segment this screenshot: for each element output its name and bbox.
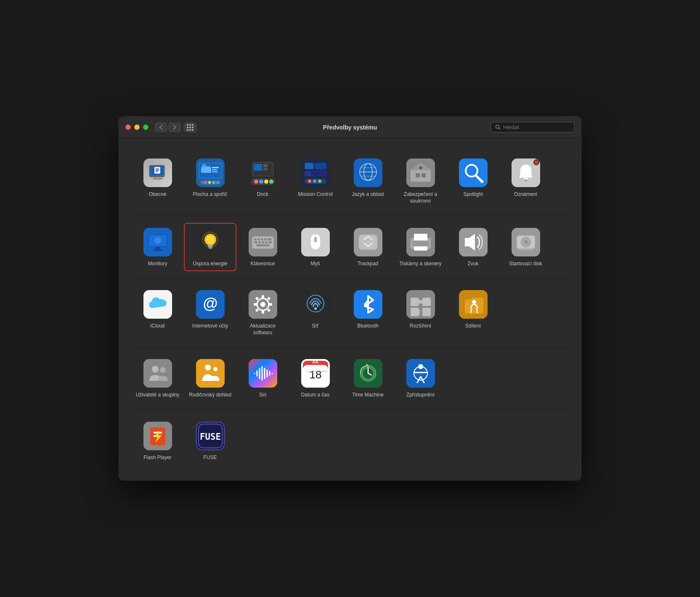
grid-view-button[interactable] (184, 123, 196, 132)
svg-rect-42 (313, 172, 320, 176)
svg-rect-100 (359, 235, 377, 250)
svg-rect-128 (269, 303, 272, 306)
svg-point-22 (217, 181, 219, 184)
svg-rect-143 (416, 309, 420, 314)
rozsireni-label: Rozšíření (410, 323, 431, 330)
pref-item-aktualizace[interactable]: Aktualizace softwaru (236, 285, 289, 340)
spotlight-icon (458, 158, 488, 188)
pref-item-zabezpeceni[interactable]: Zabezpečení a soukromí (394, 153, 447, 209)
titlebar: Předvolby systému (119, 116, 581, 138)
oznameni-icon (511, 158, 541, 188)
zpristupneni-icon (406, 358, 436, 388)
svg-rect-180 (406, 359, 435, 388)
maximize-button[interactable] (143, 124, 148, 130)
svg-rect-84 (257, 238, 260, 240)
svg-rect-107 (414, 234, 427, 241)
svg-rect-85 (261, 238, 263, 240)
svg-point-47 (313, 180, 316, 183)
pref-item-icloud[interactable]: iCloud (131, 285, 184, 340)
svg-point-72 (154, 237, 161, 244)
pref-item-bluetooth[interactable]: Bluetooth (342, 285, 394, 340)
zvuk-icon (458, 227, 488, 257)
pref-item-internet[interactable]: @ Internetové účty (184, 285, 236, 340)
svg-point-30 (254, 180, 258, 184)
pref-item-uzivatele[interactable]: Uživatelé a skupiny (131, 354, 184, 403)
pref-item-zvuk[interactable]: Zvuk (447, 223, 499, 272)
pref-item-flash[interactable]: Flash Player (131, 417, 184, 465)
svg-point-59 (420, 167, 422, 169)
datum-icon: JUL 18 Su Mo Tu We Th (300, 358, 331, 388)
pref-item-datum[interactable]: JUL 18 Su Mo Tu We Th Datum a čas (289, 354, 342, 403)
pref-item-jazyk[interactable]: Jazyk a oblast (342, 153, 394, 209)
zpristupneni-label: Zpřístupnění (406, 392, 435, 399)
jazyk-icon (353, 158, 383, 188)
minimize-button[interactable] (134, 124, 140, 130)
pref-item-plocha[interactable]: Plocha a spořič (184, 153, 236, 209)
dock-label: Dock (257, 191, 268, 198)
svg-point-153 (213, 367, 217, 371)
svg-text:@: @ (203, 295, 217, 312)
svg-rect-13 (201, 167, 211, 173)
back-button[interactable] (155, 123, 167, 132)
monitory-label: Monitory (148, 261, 167, 267)
plocha-icon (195, 158, 225, 188)
icloud-icon (143, 289, 173, 320)
section-section-other: Flash Player FUSE FUSE (131, 410, 569, 472)
pref-item-tiskarny[interactable]: Tiskárny a skenery (394, 223, 447, 272)
svg-rect-57 (422, 173, 426, 177)
fuse-label: FUSE (203, 454, 217, 461)
pref-item-timemachine[interactable]: Time Machine (342, 354, 394, 403)
nav-buttons (155, 123, 180, 132)
search-input[interactable] (503, 124, 570, 130)
svg-rect-139 (422, 298, 431, 306)
obecne-icon (143, 158, 173, 188)
pref-item-rodicovsky[interactable]: Rodičovský dohled (184, 354, 236, 403)
startovaci-label: Startovací disk (509, 261, 542, 267)
pref-item-monitory[interactable]: Monitory (131, 223, 184, 272)
svg-point-110 (425, 241, 428, 244)
close-button[interactable] (125, 124, 131, 130)
search-box[interactable] (491, 122, 575, 132)
pref-item-oznameni[interactable]: Oznámení (499, 153, 552, 209)
pref-item-sit[interactable]: Síť (289, 285, 342, 340)
pref-item-fuse[interactable]: FUSE FUSE (184, 417, 236, 465)
siri-label: Siri (259, 392, 266, 399)
svg-text:Tu: Tu (316, 370, 319, 373)
oznameni-label: Oznámení (514, 191, 537, 198)
tiskarny-icon (406, 227, 436, 257)
pref-item-siri[interactable]: Siri (236, 354, 289, 403)
svg-point-66 (525, 179, 527, 182)
svg-rect-8 (153, 178, 163, 180)
svg-point-31 (259, 180, 263, 184)
mission-icon (300, 158, 331, 188)
svg-point-145 (472, 300, 476, 304)
pref-item-sdileni[interactable]: Sdílení (447, 285, 499, 340)
flash-icon (143, 421, 173, 451)
pref-item-dock[interactable]: Dock (236, 153, 289, 209)
svg-point-135 (314, 307, 317, 310)
pref-item-startovaci[interactable]: Startovací disk (499, 223, 552, 272)
svg-rect-151 (196, 359, 225, 388)
pref-item-uspora[interactable]: Úspora energie (184, 223, 236, 272)
svg-point-150 (160, 367, 166, 373)
pref-item-obecne[interactable]: Obecné (131, 153, 184, 209)
pref-item-rozsireni[interactable]: Rozšíření (394, 285, 447, 340)
notification-badge (533, 159, 539, 165)
section-section-internet: iCloud @ Internetové účty Aktu (131, 278, 569, 347)
pref-item-klavesnice[interactable]: Klávesnice (236, 223, 289, 272)
dock-icon (248, 158, 278, 188)
svg-point-32 (264, 180, 268, 184)
pref-item-mission[interactable]: Mission Control (289, 153, 342, 209)
pref-item-mys[interactable]: Myš (289, 223, 342, 272)
startovaci-icon (511, 227, 541, 257)
internet-label: Internetové účty (192, 323, 228, 330)
pref-item-trackpad[interactable]: Trackpad (342, 223, 394, 272)
pref-item-zpristupneni[interactable]: Zpřístupnění (394, 354, 447, 403)
svg-rect-148 (143, 359, 172, 388)
svg-rect-56 (416, 173, 420, 177)
trackpad-label: Trackpad (358, 261, 379, 267)
aktualizace-icon (248, 289, 278, 320)
forward-button[interactable] (169, 123, 180, 132)
section-section-hardware: Monitory Úspora energie (131, 216, 569, 279)
pref-item-spotlight[interactable]: Spotlight (447, 153, 499, 209)
